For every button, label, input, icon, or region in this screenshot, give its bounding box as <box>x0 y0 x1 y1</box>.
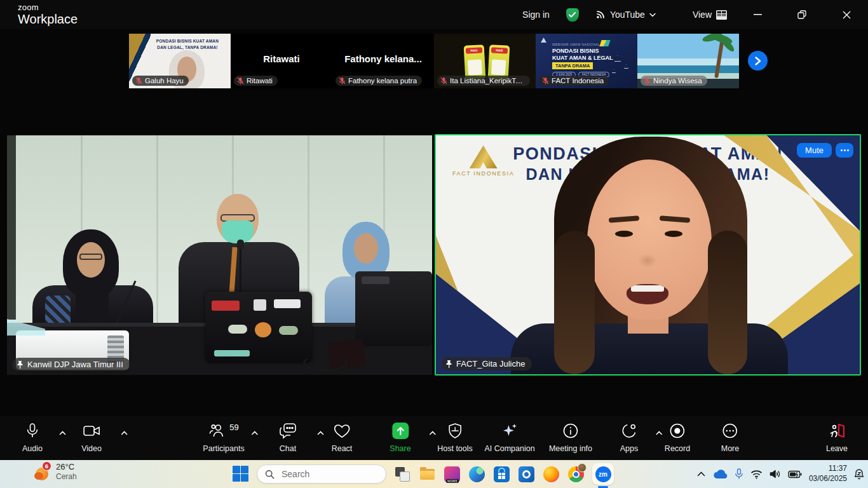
react-button[interactable]: React <box>332 422 353 453</box>
participant-more-options-button[interactable] <box>836 143 853 158</box>
sticker <box>255 322 271 337</box>
zoom-app-taskbar-icon[interactable]: zm <box>592 463 614 485</box>
onedrive-icon[interactable] <box>712 469 728 479</box>
video-thumbnail-fact-indonesia[interactable]: WEBINAR UMKM NASIONAL PONDASI BISNISKUAT… <box>536 34 637 88</box>
volume-icon[interactable] <box>770 469 781 479</box>
speaker-left-glasses <box>79 254 102 260</box>
participant-name-label: Ita Listiana_KeripikTe... <box>437 76 530 86</box>
product-window <box>491 59 506 75</box>
meeting-control-bar: Audio Video 59 Participants <box>0 416 868 460</box>
leave-button[interactable]: Leave <box>826 422 848 453</box>
taskbar-search[interactable] <box>257 464 386 484</box>
video-thumbnail-nindya[interactable]: Nindya Wisesa <box>637 34 739 88</box>
video-options-caret[interactable] <box>121 431 128 435</box>
microsoft-store-icon[interactable] <box>493 466 510 483</box>
muted-mic-icon <box>644 77 651 85</box>
brand-zoom: zoom <box>18 3 78 11</box>
share-screen-button[interactable]: Share <box>390 422 410 453</box>
product-pouch: H&G <box>488 44 510 80</box>
taskbar-clock[interactable]: 11:37 03/06/2025 <box>809 464 847 484</box>
video-thumbnail-galuh[interactable]: PONDASI BISNIS KUAT AMANDAN LEGAL, TANPA… <box>129 34 231 88</box>
muted-mic-icon <box>440 77 447 85</box>
audio-button[interactable]: Audio <box>22 422 43 453</box>
m365-copilot-icon[interactable]: M365 <box>444 466 461 483</box>
start-button[interactable] <box>233 466 249 482</box>
wifi-icon[interactable] <box>750 470 763 479</box>
edge-icon[interactable] <box>468 466 485 483</box>
muted-mic-icon <box>237 77 244 85</box>
meeting-info-button[interactable]: Meeting info <box>549 422 592 453</box>
video-thumbnail-ita[interactable]: H&G H&G Ita Listiana_KeripikTe... <box>434 34 536 88</box>
apps-button[interactable]: Apps <box>620 422 639 453</box>
battery-icon[interactable] <box>788 470 802 478</box>
host-tools-button[interactable]: Host tools <box>437 422 473 453</box>
task-view-button[interactable] <box>394 466 411 483</box>
sticker <box>274 299 301 308</box>
video-thumbnail-ritawati[interactable]: Ritawati Ritawati <box>231 34 332 88</box>
weather-temp: 26°C <box>56 462 77 472</box>
participant-name-label: Nindya Wisesa <box>641 76 707 86</box>
ai-companion-button[interactable]: AI Companion <box>484 422 534 453</box>
m365-badge: M365 <box>446 479 459 483</box>
chat-button[interactable]: Chat <box>279 422 297 453</box>
search-input[interactable] <box>280 468 369 480</box>
security-shield-icon[interactable] <box>566 8 579 22</box>
sun-icon: 6 <box>34 464 51 480</box>
notification-bell-icon[interactable] <box>854 468 864 480</box>
restore-button[interactable] <box>788 0 816 29</box>
more-button[interactable]: More <box>721 422 739 453</box>
filmstrip-next-page-button[interactable] <box>748 51 768 71</box>
sign-in-button[interactable]: Sign in <box>522 10 550 20</box>
mute-participant-button[interactable]: Mute <box>797 143 832 158</box>
livestream-youtube-menu[interactable]: YouTube <box>595 10 656 20</box>
cable <box>303 355 348 371</box>
tray-chevron-up-icon[interactable] <box>697 471 705 477</box>
palm-tree <box>714 39 724 78</box>
ai-sparkle-icon <box>501 423 519 439</box>
muted-mic-icon <box>135 77 142 85</box>
product-window <box>468 59 482 75</box>
shield-icon <box>447 423 463 439</box>
participant-name-label: Ritawati <box>234 76 278 86</box>
speaker-left-scarf <box>76 287 109 325</box>
firefox-icon[interactable] <box>543 466 560 483</box>
video-tile-active-speaker[interactable]: PONDASI BISNIS KUAT AMAN DAN LEGAL, TANP… <box>435 134 861 376</box>
video-name-label: FACT_Gita Juliche <box>441 357 532 370</box>
heart-icon <box>334 423 351 439</box>
participants-button[interactable]: 59 Participants <box>203 422 244 453</box>
participant-filmstrip: PONDASI BISNIS KUAT AMANDAN LEGAL, TANPA… <box>129 34 739 88</box>
video-thumbnail-fathony[interactable]: Fathony kelana... Fathony kelana putra <box>332 34 434 88</box>
video-button[interactable]: Video <box>81 422 102 453</box>
participants-options-caret[interactable] <box>251 431 258 435</box>
sticker <box>279 326 298 335</box>
record-button[interactable]: Record <box>665 422 690 453</box>
poster-triangle-decor <box>612 69 616 73</box>
product-brand: H&G <box>491 47 508 53</box>
apps-options-caret[interactable] <box>656 431 663 435</box>
close-button[interactable] <box>832 0 860 29</box>
fact-logo-icon <box>470 146 498 168</box>
video-name-label: Kanwil DJP Jawa Timur III <box>12 358 130 371</box>
audio-options-caret[interactable] <box>59 431 66 435</box>
outlook-icon[interactable] <box>518 466 535 483</box>
chat-options-caret[interactable] <box>317 431 324 435</box>
video-tile-kanwil-djp[interactable]: Kanwil DJP Jawa Timur III <box>7 135 432 375</box>
titlebar: zoom Workplace Sign in YouTube <box>0 0 868 29</box>
share-options-caret[interactable] <box>429 431 436 435</box>
speaker-hair-strand <box>554 231 595 374</box>
minimize-button[interactable] <box>743 0 771 29</box>
taskbar-weather-widget[interactable]: 6 26°C Cerah <box>34 462 77 482</box>
participants-icon <box>208 423 226 439</box>
chrome-profile-avatar <box>578 463 587 472</box>
fact-logo-text: FACT INDONESIA <box>452 170 514 177</box>
info-icon <box>562 423 579 439</box>
poster-triangle-decor <box>614 55 621 62</box>
chrome-icon[interactable] <box>567 466 585 483</box>
search-icon <box>265 470 275 479</box>
tray-mic-icon[interactable] <box>735 468 743 480</box>
banner-text: PONDASI BISNIS KUAT AMANDAN LEGAL, TANPA… <box>146 38 229 51</box>
wall-shadow <box>7 135 16 320</box>
file-explorer-icon[interactable] <box>419 466 436 483</box>
view-button[interactable]: View <box>693 10 727 20</box>
sticker <box>212 301 240 311</box>
